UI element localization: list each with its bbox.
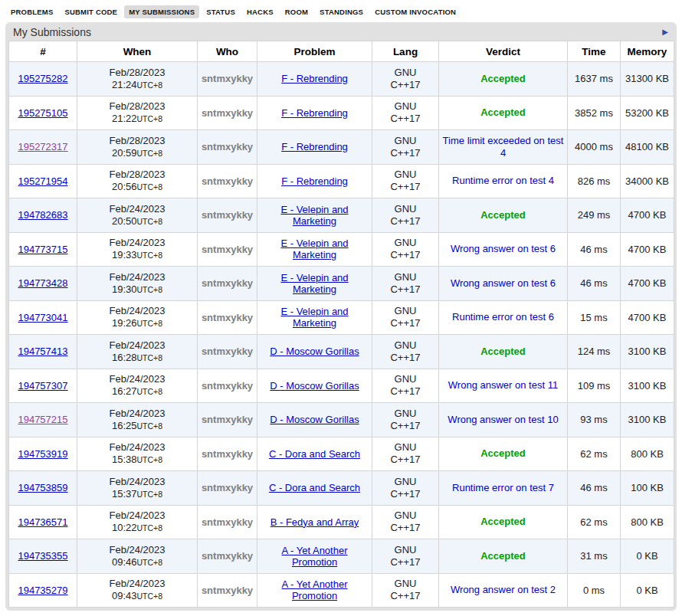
submission-id-link[interactable]: 194735355 <box>18 550 67 562</box>
submission-id-link[interactable]: 194753919 <box>18 448 67 460</box>
submission-lang: GNU C++17 <box>372 539 439 574</box>
submission-verdict: Accepted <box>439 539 568 574</box>
problem-link[interactable]: C - Dora and Search <box>269 448 360 460</box>
table-row: 194773041 Feb/24/2023 19:26UTC+8 sntmxyk… <box>9 300 674 335</box>
submission-date: Feb/28/2023 <box>80 67 194 79</box>
submission-id-link[interactable]: 194757215 <box>18 414 67 425</box>
submission-verdict: Wrong answer on test 11 <box>439 369 568 403</box>
submission-exec-time: 31 ms <box>568 539 621 574</box>
submission-verdict: Time limit exceeded on test 4 <box>439 130 568 165</box>
user-link[interactable]: sntmxykky <box>202 585 253 596</box>
user-link[interactable]: sntmxykky <box>202 380 253 392</box>
table-header-row: #WhenWhoProblemLangVerdictTimeMemory <box>9 41 674 62</box>
user-link[interactable]: sntmxykky <box>202 141 253 152</box>
submission-exec-time: 4000 ms <box>568 130 621 165</box>
submission-id-link[interactable]: 195275105 <box>18 107 67 119</box>
user-link[interactable]: sntmxykky <box>202 482 253 493</box>
submission-id-link[interactable]: 194773428 <box>18 277 67 289</box>
user-link[interactable]: sntmxykky <box>202 73 253 84</box>
submission-exec-time: 62 ms <box>568 437 621 471</box>
nav-item-problems[interactable]: PROBLEMS <box>6 5 57 18</box>
problem-link[interactable]: D - Moscow Gorillas <box>270 414 359 425</box>
submission-id-link[interactable]: 195272317 <box>18 141 67 152</box>
user-link[interactable]: sntmxykky <box>202 448 253 460</box>
submission-date: Feb/24/2023 <box>80 510 194 522</box>
submission-id-link[interactable]: 194782683 <box>18 209 67 221</box>
submission-time-of-day: 21:22UTC+8 <box>80 113 194 125</box>
user-link[interactable]: sntmxykky <box>202 175 253 187</box>
submission-id-link[interactable]: 194757413 <box>18 346 67 357</box>
problem-link[interactable]: E - Velepin and Marketing <box>280 306 348 329</box>
nav-item-status[interactable]: STATUS <box>202 5 240 18</box>
table-row: 195275105 Feb/28/2023 21:22UTC+8 sntmxyk… <box>9 96 674 130</box>
submission-date: Feb/24/2023 <box>80 339 194 352</box>
submission-exec-time: 0 ms <box>568 573 621 608</box>
collapse-arrow-icon[interactable]: ▶ <box>662 28 671 36</box>
submission-timezone: UTC+8 <box>136 182 162 192</box>
submission-when: Feb/28/2023 20:56UTC+8 <box>77 164 198 198</box>
nav-item-submit-code[interactable]: SUBMIT CODE <box>60 5 122 18</box>
submission-lang: GNU C++17 <box>372 62 439 97</box>
user-link[interactable]: sntmxykky <box>202 107 253 119</box>
submission-id-link[interactable]: 194735279 <box>18 585 67 596</box>
submission-id-link[interactable]: 194736571 <box>18 516 67 528</box>
problem-link[interactable]: F - Rebrending <box>281 73 348 84</box>
problem-link[interactable]: E - Velepin and Marketing <box>280 238 348 260</box>
submission-exec-time: 826 ms <box>568 164 621 198</box>
problem-link[interactable]: F - Rebrending <box>281 175 348 187</box>
submission-when: Feb/24/2023 16:27UTC+8 <box>77 369 198 403</box>
problem-link[interactable]: D - Moscow Gorillas <box>270 380 359 392</box>
table-row: 194757307 Feb/24/2023 16:27UTC+8 sntmxyk… <box>9 369 674 403</box>
problem-link[interactable]: F - Rebrending <box>281 141 348 152</box>
submission-when: Feb/24/2023 09:46UTC+8 <box>77 539 198 574</box>
submission-lang: GNU C++17 <box>372 369 439 403</box>
submission-timezone: UTC+8 <box>136 251 162 260</box>
submission-verdict: Wrong answer on test 6 <box>439 232 568 267</box>
user-link[interactable]: sntmxykky <box>202 550 253 562</box>
submission-timezone: UTC+8 <box>136 591 162 601</box>
submission-memory: 800 KB <box>621 437 674 471</box>
submission-lang: GNU C++17 <box>372 437 439 471</box>
submission-id-link[interactable]: 194757307 <box>18 380 67 392</box>
submission-when: Feb/24/2023 10:22UTC+8 <box>77 505 198 539</box>
user-link[interactable]: sntmxykky <box>202 244 253 255</box>
problem-link[interactable]: A - Yet Another Promotion <box>281 578 347 601</box>
user-link[interactable]: sntmxykky <box>202 312 253 323</box>
submission-verdict: Accepted <box>439 198 568 233</box>
submission-lang: GNU C++17 <box>372 96 439 130</box>
problem-link[interactable]: E - Velepin and Marketing <box>280 204 348 227</box>
user-link[interactable]: sntmxykky <box>202 516 253 528</box>
problem-link[interactable]: D - Moscow Gorillas <box>270 346 359 357</box>
submission-exec-time: 109 ms <box>568 369 621 403</box>
user-link[interactable]: sntmxykky <box>202 414 253 425</box>
secondary-nav: PROBLEMSSUBMIT CODEMY SUBMISSIONSSTATUSH… <box>0 0 682 21</box>
submission-when: Feb/28/2023 21:24UTC+8 <box>77 62 198 97</box>
column-header-when: When <box>77 41 198 62</box>
submission-id-link[interactable]: 194773041 <box>18 312 67 323</box>
nav-item-standings[interactable]: STANDINGS <box>315 5 368 18</box>
problem-link[interactable]: F - Rebrending <box>281 107 348 119</box>
submission-memory: 0 KB <box>621 573 674 608</box>
problem-link[interactable]: B - Fedya and Array <box>271 516 359 528</box>
submission-timezone: UTC+8 <box>136 421 162 431</box>
submission-exec-time: 46 ms <box>568 267 621 301</box>
nav-item-room[interactable]: ROOM <box>280 5 313 18</box>
submission-verdict: Accepted <box>439 335 568 369</box>
submission-timezone: UTC+8 <box>136 319 162 328</box>
user-link[interactable]: sntmxykky <box>202 209 253 221</box>
user-link[interactable]: sntmxykky <box>202 277 253 289</box>
nav-item-hacks[interactable]: HACKS <box>242 5 278 18</box>
user-link[interactable]: sntmxykky <box>202 346 253 357</box>
submission-verdict: Accepted <box>439 96 568 130</box>
nav-item-my-submissions[interactable]: MY SUBMISSIONS <box>124 5 199 18</box>
nav-item-custom-invocation[interactable]: CUSTOM INVOCATION <box>370 5 461 18</box>
submission-id-link[interactable]: 194773715 <box>18 244 67 255</box>
table-row: 195272317 Feb/28/2023 20:59UTC+8 sntmxyk… <box>9 130 674 165</box>
submission-id-link[interactable]: 195275282 <box>18 73 67 84</box>
submission-id-link[interactable]: 195271954 <box>18 175 67 187</box>
submission-id-link[interactable]: 194753859 <box>18 482 67 493</box>
problem-link[interactable]: A - Yet Another Promotion <box>281 545 347 568</box>
problem-link[interactable]: E - Velepin and Marketing <box>280 272 348 295</box>
page-title: My Submissions <box>13 26 91 38</box>
problem-link[interactable]: C - Dora and Search <box>269 482 360 493</box>
